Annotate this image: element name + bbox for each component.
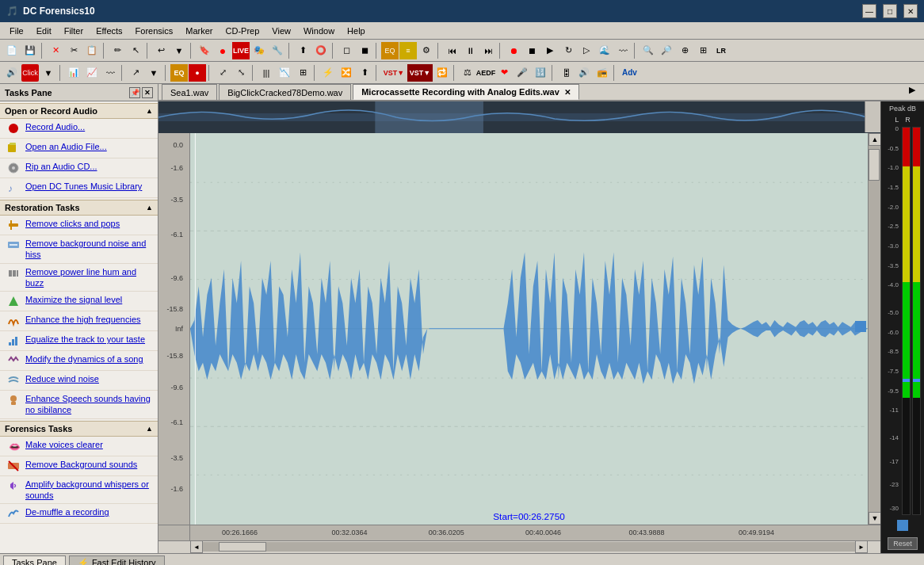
copy-button[interactable]: 📋	[83, 42, 101, 59]
t2-expand[interactable]: ⤢	[214, 64, 231, 82]
t2-arrow[interactable]: ↗	[127, 64, 144, 82]
t2-btn17[interactable]: 🎛	[557, 64, 575, 82]
task-open-file[interactable]: Open an Audio File...	[0, 139, 158, 158]
task-equalize[interactable]: Equalize the track to your taste	[0, 331, 158, 351]
t2-btn2[interactable]: Click	[21, 64, 39, 82]
h-scroll-right-button[interactable]: ►	[855, 540, 868, 553]
tab-sea1[interactable]: Sea1.wav	[162, 84, 217, 100]
tasks-scroll[interactable]: Open or Record Audio ▲ Record Audio... O…	[0, 101, 158, 553]
redo-button[interactable]: ▼	[170, 42, 188, 59]
effect-button[interactable]: 🎭	[250, 42, 268, 59]
circle-button[interactable]: ⭕	[312, 42, 330, 59]
undo-button[interactable]: ✕	[47, 42, 64, 59]
task-rip-cd[interactable]: Rip an Audio CD...	[0, 158, 158, 178]
t2-btn16[interactable]: 🔢	[532, 64, 549, 82]
task-record-audio[interactable]: Record Audio...	[0, 119, 158, 139]
close-button[interactable]: ✕	[903, 4, 918, 18]
menu-item-forensics[interactable]: Forensics	[129, 25, 180, 37]
task-music-library[interactable]: ♪ Open DC Tunes Music Library	[0, 178, 158, 198]
effects2-button[interactable]: 🌊	[596, 42, 613, 59]
t2-btn6[interactable]: ⤡	[232, 64, 250, 82]
t2-graph[interactable]: 📉	[276, 64, 293, 82]
zoom3-button[interactable]: ⊕	[676, 42, 693, 59]
next-button[interactable]: ⏭	[479, 42, 497, 59]
gear-button[interactable]: ⚙	[418, 42, 435, 59]
task-amplify-whispers[interactable]: Amplify background whispers or sounds	[0, 476, 158, 505]
task-voices-clearer[interactable]: 👄 Make voices clearer	[0, 437, 158, 456]
new-button[interactable]: 📄	[3, 42, 21, 59]
eq-button[interactable]: EQ	[381, 42, 399, 59]
pause-button[interactable]: ⏸	[461, 42, 479, 59]
minimize-button[interactable]: —	[862, 4, 876, 18]
marker-button[interactable]: 🔖	[196, 42, 213, 59]
eq2-button[interactable]: ≡	[399, 42, 417, 59]
t2-btn5[interactable]: ●	[189, 64, 206, 82]
zoom-out-button[interactable]: 🔎	[658, 42, 675, 59]
menu-item-filter[interactable]: Filter	[58, 25, 90, 37]
cut-button[interactable]: ✂	[65, 42, 82, 59]
up-button[interactable]: ⬆	[294, 42, 311, 59]
wave-button[interactable]: 〰	[614, 42, 632, 59]
task-remove-bg[interactable]: Remove Background sounds	[0, 456, 158, 476]
t2-btn9[interactable]: 🔀	[338, 64, 355, 82]
task-hum-buzz[interactable]: Remove power line hum and buzz	[0, 264, 158, 292]
waveform-canvas-area[interactable]: Start=00:26.2750	[190, 133, 868, 525]
t2-btn7[interactable]: ⊞	[294, 64, 311, 82]
t2-meter[interactable]: |||	[258, 64, 275, 82]
t2-btn11[interactable]: 🔁	[433, 64, 451, 82]
task-speech-sibilance[interactable]: Enhance Speech sounds having no sibilanc…	[0, 391, 158, 419]
t2-btn18[interactable]: 🔊	[575, 64, 593, 82]
menu-item-file[interactable]: File	[3, 25, 30, 37]
tools-button[interactable]: 🔧	[269, 42, 286, 59]
prev-button[interactable]: ⏮	[443, 42, 460, 59]
t2-btn14[interactable]: ❤	[495, 64, 513, 82]
menu-item-marker[interactable]: Marker	[179, 25, 219, 37]
scroll-thumb-v[interactable]	[869, 149, 880, 181]
t2-bar[interactable]: 📈	[83, 64, 101, 82]
t2-btn3[interactable]: ▼	[40, 64, 57, 82]
save-button[interactable]: 💾	[21, 42, 39, 59]
task-clicks-pops[interactable]: Remove clicks and pops	[0, 216, 158, 235]
sq2-button[interactable]: ◼	[356, 42, 373, 59]
menu-item-cd-prep[interactable]: CD-Prep	[220, 25, 266, 37]
waveform-scrollbar-v[interactable]: ▲ ▼	[868, 133, 880, 525]
tab-microcassette[interactable]: Microcassette Recording with Analog Edit…	[353, 84, 579, 100]
t2-btn10[interactable]: ⬆	[356, 64, 373, 82]
t2-btn4[interactable]: ▼	[145, 64, 162, 82]
t2-btn19[interactable]: 📻	[594, 64, 611, 82]
lr-button[interactable]: LR	[712, 42, 730, 59]
task-high-freq[interactable]: Enhance the high frequencies	[0, 311, 158, 331]
pane-close-button[interactable]: ✕	[142, 87, 153, 98]
task-noise-hiss[interactable]: Remove background noise and hiss	[0, 235, 158, 264]
undo2-button[interactable]: ↩	[152, 42, 170, 59]
task-maximize-signal[interactable]: Maximize the signal level	[0, 292, 158, 311]
h-scroll-thumb[interactable]	[219, 542, 266, 552]
section-forensics[interactable]: Forensics Tasks ▲	[0, 421, 158, 437]
maximize-button[interactable]: □	[883, 4, 897, 18]
task-demuffle[interactable]: De-muffle a recording	[0, 504, 158, 524]
menu-item-help[interactable]: Help	[341, 25, 372, 37]
pane-pin-button[interactable]: 📌	[129, 87, 140, 98]
menu-item-window[interactable]: Window	[297, 25, 341, 37]
section-open-record[interactable]: Open or Record Audio ▲	[0, 103, 158, 119]
scroll-down-button[interactable]: ▼	[869, 512, 880, 525]
overview-scroll-up[interactable]	[865, 101, 880, 132]
t2-eq[interactable]: EQ	[170, 64, 188, 82]
h-scroll-left-button[interactable]: ◄	[190, 540, 203, 553]
tab-scroll-right[interactable]: ▶	[903, 84, 921, 98]
sq1-button[interactable]: ◻	[338, 42, 355, 59]
task-dynamics[interactable]: Modify the dynamics of a song	[0, 351, 158, 371]
pointer-button[interactable]: ↖	[127, 42, 144, 59]
zoom-in-button[interactable]: 🔍	[640, 42, 657, 59]
t2-vst2[interactable]: VST▼	[407, 64, 433, 82]
t2-btn15[interactable]: 🎤	[514, 64, 531, 82]
t2-chart[interactable]: 📊	[65, 64, 82, 82]
tab-microcassette-close[interactable]: ✕	[564, 88, 571, 97]
loop-button[interactable]: ↻	[559, 42, 577, 59]
t2-vst[interactable]: VST▼	[381, 64, 407, 82]
bottom-tab-history[interactable]: ⚡ Fast Edit History	[69, 555, 165, 565]
vu-reset-button[interactable]: Reset	[888, 537, 918, 550]
t2-btn13[interactable]: AEDF	[477, 64, 494, 82]
t2-wave[interactable]: 〰	[101, 64, 119, 82]
play2-button[interactable]: ▷	[578, 42, 595, 59]
